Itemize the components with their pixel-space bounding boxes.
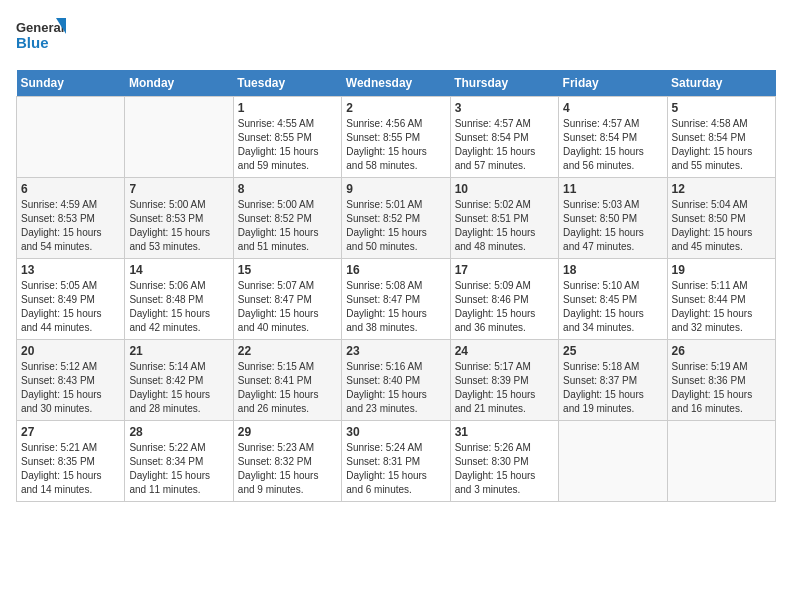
calendar-day-cell: 22Sunrise: 5:15 AM Sunset: 8:41 PM Dayli… [233,340,341,421]
day-of-week-header: Monday [125,70,233,97]
day-number: 11 [563,182,662,196]
day-info: Sunrise: 4:57 AM Sunset: 8:54 PM Dayligh… [563,117,662,173]
day-number: 5 [672,101,771,115]
day-number: 6 [21,182,120,196]
day-info: Sunrise: 5:12 AM Sunset: 8:43 PM Dayligh… [21,360,120,416]
calendar-day-cell: 16Sunrise: 5:08 AM Sunset: 8:47 PM Dayli… [342,259,450,340]
calendar-day-cell: 6Sunrise: 4:59 AM Sunset: 8:53 PM Daylig… [17,178,125,259]
day-info: Sunrise: 5:01 AM Sunset: 8:52 PM Dayligh… [346,198,445,254]
calendar-day-cell: 26Sunrise: 5:19 AM Sunset: 8:36 PM Dayli… [667,340,775,421]
calendar-week-row: 6Sunrise: 4:59 AM Sunset: 8:53 PM Daylig… [17,178,776,259]
day-info: Sunrise: 5:24 AM Sunset: 8:31 PM Dayligh… [346,441,445,497]
day-of-week-header: Thursday [450,70,558,97]
calendar-day-cell [559,421,667,502]
calendar-day-cell: 2Sunrise: 4:56 AM Sunset: 8:55 PM Daylig… [342,97,450,178]
day-of-week-header: Tuesday [233,70,341,97]
day-info: Sunrise: 4:56 AM Sunset: 8:55 PM Dayligh… [346,117,445,173]
calendar-day-cell: 17Sunrise: 5:09 AM Sunset: 8:46 PM Dayli… [450,259,558,340]
calendar-day-cell: 20Sunrise: 5:12 AM Sunset: 8:43 PM Dayli… [17,340,125,421]
day-number: 21 [129,344,228,358]
calendar-day-cell [667,421,775,502]
logo-svg: General Blue [16,16,66,58]
day-info: Sunrise: 5:21 AM Sunset: 8:35 PM Dayligh… [21,441,120,497]
day-number: 27 [21,425,120,439]
calendar-week-row: 27Sunrise: 5:21 AM Sunset: 8:35 PM Dayli… [17,421,776,502]
calendar-day-cell [125,97,233,178]
day-info: Sunrise: 5:07 AM Sunset: 8:47 PM Dayligh… [238,279,337,335]
day-info: Sunrise: 5:26 AM Sunset: 8:30 PM Dayligh… [455,441,554,497]
day-info: Sunrise: 5:00 AM Sunset: 8:52 PM Dayligh… [238,198,337,254]
logo: General Blue [16,16,66,58]
day-info: Sunrise: 5:03 AM Sunset: 8:50 PM Dayligh… [563,198,662,254]
day-info: Sunrise: 5:10 AM Sunset: 8:45 PM Dayligh… [563,279,662,335]
day-number: 7 [129,182,228,196]
day-info: Sunrise: 5:14 AM Sunset: 8:42 PM Dayligh… [129,360,228,416]
day-info: Sunrise: 4:59 AM Sunset: 8:53 PM Dayligh… [21,198,120,254]
day-info: Sunrise: 5:15 AM Sunset: 8:41 PM Dayligh… [238,360,337,416]
day-info: Sunrise: 5:02 AM Sunset: 8:51 PM Dayligh… [455,198,554,254]
day-number: 9 [346,182,445,196]
calendar-day-cell: 29Sunrise: 5:23 AM Sunset: 8:32 PM Dayli… [233,421,341,502]
day-info: Sunrise: 5:08 AM Sunset: 8:47 PM Dayligh… [346,279,445,335]
day-header-row: SundayMondayTuesdayWednesdayThursdayFrid… [17,70,776,97]
day-info: Sunrise: 5:18 AM Sunset: 8:37 PM Dayligh… [563,360,662,416]
day-info: Sunrise: 5:19 AM Sunset: 8:36 PM Dayligh… [672,360,771,416]
day-info: Sunrise: 5:06 AM Sunset: 8:48 PM Dayligh… [129,279,228,335]
svg-text:General: General [16,20,64,35]
calendar-day-cell: 31Sunrise: 5:26 AM Sunset: 8:30 PM Dayli… [450,421,558,502]
day-info: Sunrise: 5:16 AM Sunset: 8:40 PM Dayligh… [346,360,445,416]
day-number: 26 [672,344,771,358]
calendar-table: SundayMondayTuesdayWednesdayThursdayFrid… [16,70,776,502]
day-number: 2 [346,101,445,115]
calendar-day-cell: 8Sunrise: 5:00 AM Sunset: 8:52 PM Daylig… [233,178,341,259]
svg-text:Blue: Blue [16,34,49,51]
day-number: 24 [455,344,554,358]
calendar-day-cell: 25Sunrise: 5:18 AM Sunset: 8:37 PM Dayli… [559,340,667,421]
calendar-week-row: 20Sunrise: 5:12 AM Sunset: 8:43 PM Dayli… [17,340,776,421]
calendar-day-cell: 1Sunrise: 4:55 AM Sunset: 8:55 PM Daylig… [233,97,341,178]
calendar-day-cell: 14Sunrise: 5:06 AM Sunset: 8:48 PM Dayli… [125,259,233,340]
day-info: Sunrise: 4:57 AM Sunset: 8:54 PM Dayligh… [455,117,554,173]
calendar-day-cell: 21Sunrise: 5:14 AM Sunset: 8:42 PM Dayli… [125,340,233,421]
day-info: Sunrise: 4:58 AM Sunset: 8:54 PM Dayligh… [672,117,771,173]
day-info: Sunrise: 5:09 AM Sunset: 8:46 PM Dayligh… [455,279,554,335]
day-info: Sunrise: 5:17 AM Sunset: 8:39 PM Dayligh… [455,360,554,416]
day-number: 25 [563,344,662,358]
day-info: Sunrise: 5:04 AM Sunset: 8:50 PM Dayligh… [672,198,771,254]
day-of-week-header: Saturday [667,70,775,97]
calendar-day-cell: 30Sunrise: 5:24 AM Sunset: 8:31 PM Dayli… [342,421,450,502]
day-number: 22 [238,344,337,358]
day-info: Sunrise: 5:22 AM Sunset: 8:34 PM Dayligh… [129,441,228,497]
calendar-day-cell: 13Sunrise: 5:05 AM Sunset: 8:49 PM Dayli… [17,259,125,340]
calendar-day-cell [17,97,125,178]
day-info: Sunrise: 5:00 AM Sunset: 8:53 PM Dayligh… [129,198,228,254]
calendar-day-cell: 9Sunrise: 5:01 AM Sunset: 8:52 PM Daylig… [342,178,450,259]
calendar-day-cell: 18Sunrise: 5:10 AM Sunset: 8:45 PM Dayli… [559,259,667,340]
day-number: 29 [238,425,337,439]
calendar-week-row: 13Sunrise: 5:05 AM Sunset: 8:49 PM Dayli… [17,259,776,340]
day-of-week-header: Wednesday [342,70,450,97]
day-number: 16 [346,263,445,277]
calendar-day-cell: 5Sunrise: 4:58 AM Sunset: 8:54 PM Daylig… [667,97,775,178]
day-number: 18 [563,263,662,277]
calendar-day-cell: 24Sunrise: 5:17 AM Sunset: 8:39 PM Dayli… [450,340,558,421]
calendar-day-cell: 10Sunrise: 5:02 AM Sunset: 8:51 PM Dayli… [450,178,558,259]
calendar-day-cell: 28Sunrise: 5:22 AM Sunset: 8:34 PM Dayli… [125,421,233,502]
day-info: Sunrise: 5:23 AM Sunset: 8:32 PM Dayligh… [238,441,337,497]
calendar-day-cell: 11Sunrise: 5:03 AM Sunset: 8:50 PM Dayli… [559,178,667,259]
day-info: Sunrise: 5:11 AM Sunset: 8:44 PM Dayligh… [672,279,771,335]
day-number: 23 [346,344,445,358]
page-header: General Blue [16,16,776,58]
day-number: 31 [455,425,554,439]
day-number: 15 [238,263,337,277]
calendar-day-cell: 12Sunrise: 5:04 AM Sunset: 8:50 PM Dayli… [667,178,775,259]
day-info: Sunrise: 4:55 AM Sunset: 8:55 PM Dayligh… [238,117,337,173]
day-info: Sunrise: 5:05 AM Sunset: 8:49 PM Dayligh… [21,279,120,335]
day-number: 1 [238,101,337,115]
calendar-day-cell: 27Sunrise: 5:21 AM Sunset: 8:35 PM Dayli… [17,421,125,502]
calendar-day-cell: 3Sunrise: 4:57 AM Sunset: 8:54 PM Daylig… [450,97,558,178]
day-number: 14 [129,263,228,277]
calendar-day-cell: 4Sunrise: 4:57 AM Sunset: 8:54 PM Daylig… [559,97,667,178]
calendar-week-row: 1Sunrise: 4:55 AM Sunset: 8:55 PM Daylig… [17,97,776,178]
day-number: 8 [238,182,337,196]
